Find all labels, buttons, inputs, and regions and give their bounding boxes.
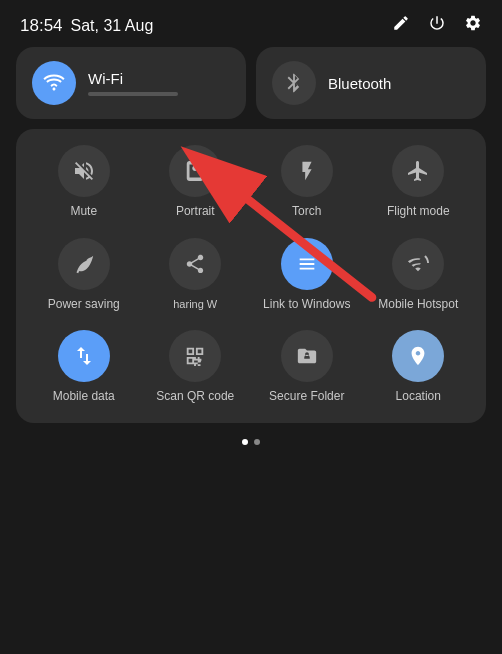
bluetooth-icon-circle — [272, 61, 316, 105]
sharing-tile[interactable]: haring W — [150, 238, 240, 313]
wifi-label: Wi-Fi — [88, 70, 178, 87]
portrait-tile[interactable]: Portrait — [150, 145, 240, 220]
mute-label: Mute — [70, 204, 97, 220]
status-bar: 18:54 Sat, 31 Aug — [0, 0, 502, 47]
scan-qr-icon — [169, 330, 221, 382]
wifi-icon-circle — [32, 61, 76, 105]
bluetooth-label: Bluetooth — [328, 75, 391, 92]
secure-folder-icon — [281, 330, 333, 382]
secure-folder-tile[interactable]: Secure Folder — [262, 330, 352, 405]
location-label: Location — [396, 389, 441, 405]
scan-qr-label: Scan QR code — [156, 389, 234, 405]
flight-mode-icon — [392, 145, 444, 197]
status-date: Sat, 31 Aug — [71, 17, 154, 35]
link-to-windows-tile[interactable]: Link to Windows — [262, 238, 352, 313]
torch-label: Torch — [292, 204, 321, 220]
torch-icon — [281, 145, 333, 197]
status-time: 18:54 — [20, 16, 63, 36]
flight-mode-tile[interactable]: Flight mode — [373, 145, 463, 220]
bluetooth-tile[interactable]: Bluetooth — [256, 47, 486, 119]
mobile-data-icon — [58, 330, 110, 382]
power-saving-icon — [58, 238, 110, 290]
power-saving-tile[interactable]: Power saving — [39, 238, 129, 313]
power-icon[interactable] — [428, 14, 446, 37]
flight-mode-label: Flight mode — [387, 204, 450, 220]
dot-active — [242, 439, 248, 445]
mute-icon — [58, 145, 110, 197]
link-to-windows-label: Link to Windows — [263, 297, 350, 313]
sharing-icon — [169, 238, 221, 290]
secure-folder-label: Secure Folder — [269, 389, 344, 405]
power-saving-label: Power saving — [48, 297, 120, 313]
location-icon — [392, 330, 444, 382]
mobile-data-tile[interactable]: Mobile data — [39, 330, 129, 405]
mobile-hotspot-icon — [392, 238, 444, 290]
portrait-icon — [169, 145, 221, 197]
mute-tile[interactable]: Mute — [39, 145, 129, 220]
pagination-dots — [16, 439, 486, 445]
mobile-hotspot-label: Mobile Hotspot — [378, 297, 458, 313]
scan-qr-tile[interactable]: Scan QR code — [150, 330, 240, 405]
location-tile[interactable]: Location — [373, 330, 463, 405]
dot-inactive — [254, 439, 260, 445]
mobile-data-label: Mobile data — [53, 389, 115, 405]
wifi-tile[interactable]: Wi-Fi — [16, 47, 246, 119]
pencil-icon[interactable] — [392, 14, 410, 37]
mobile-hotspot-tile[interactable]: Mobile Hotspot — [373, 238, 463, 313]
torch-tile[interactable]: Torch — [262, 145, 352, 220]
link-to-windows-icon — [281, 238, 333, 290]
portrait-label: Portrait — [176, 204, 215, 220]
gear-icon[interactable] — [464, 14, 482, 37]
sharing-label: haring W — [173, 297, 217, 311]
